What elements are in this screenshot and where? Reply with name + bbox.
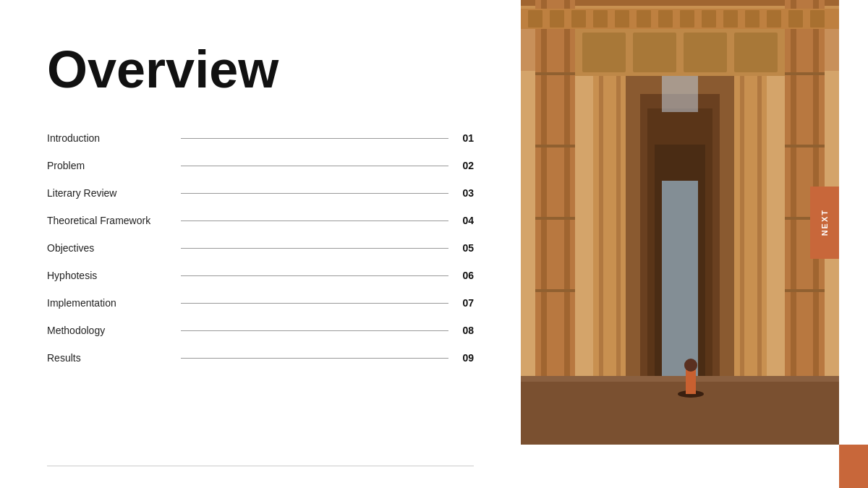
temple-svg [521, 0, 839, 445]
toc-item-label: Theoretical Framework [47, 215, 174, 226]
toc-item-number: 02 [456, 160, 474, 171]
toc-item-number: 05 [456, 242, 474, 254]
svg-rect-42 [528, 10, 542, 27]
svg-rect-35 [535, 217, 575, 220]
svg-rect-48 [658, 10, 673, 27]
svg-rect-49 [680, 10, 694, 27]
toc-item-line [181, 221, 448, 221]
toc-item-label: Implementation [47, 297, 174, 309]
svg-rect-43 [550, 10, 564, 27]
toc-item-number: 01 [456, 132, 474, 144]
toc-item-line [181, 166, 448, 166]
toc-item: Methodology08 [47, 317, 474, 344]
toc-item-label: Problem [47, 160, 174, 171]
toc-item-number: 04 [456, 215, 474, 226]
left-panel: Overview Introduction01Problem02Literary… [0, 0, 521, 488]
svg-rect-54 [788, 10, 803, 27]
toc-item-number: 06 [456, 270, 474, 281]
toc-item: Introduction01 [47, 124, 474, 152]
svg-rect-46 [615, 10, 629, 27]
toc-item-line [181, 303, 448, 304]
svg-rect-29 [521, 376, 839, 382]
svg-rect-55 [810, 10, 825, 27]
toc-item: Problem02 [47, 152, 474, 179]
svg-rect-28 [521, 376, 839, 445]
right-panel: NEXT [521, 0, 868, 488]
svg-rect-50 [702, 10, 716, 27]
toc-item-line [181, 138, 448, 139]
toc-item: Objectives05 [47, 234, 474, 262]
toc-item-label: Introduction [47, 132, 174, 144]
toc-item-label: Literary Review [47, 187, 174, 199]
svg-rect-23 [734, 33, 778, 72]
svg-rect-40 [785, 289, 825, 292]
toc-item: Implementation07 [47, 289, 474, 317]
svg-point-32 [684, 359, 697, 372]
svg-rect-47 [637, 10, 651, 27]
toc-item: Hyphotesis06 [47, 262, 474, 289]
toc-item-number: 07 [456, 297, 474, 309]
toc-item: Theoretical Framework04 [47, 207, 474, 234]
svg-rect-52 [745, 10, 760, 27]
next-label: NEXT [820, 209, 829, 236]
svg-rect-33 [535, 72, 575, 75]
page-title: Overview [47, 43, 474, 95]
orange-accent-bottom [839, 445, 868, 488]
toc-item-number: 08 [456, 325, 474, 336]
svg-rect-22 [684, 33, 727, 72]
svg-rect-38 [785, 145, 825, 147]
toc-item-label: Objectives [47, 242, 174, 254]
svg-rect-20 [582, 33, 626, 72]
svg-rect-21 [633, 33, 676, 72]
svg-rect-34 [535, 145, 575, 147]
svg-rect-56 [662, 76, 698, 112]
toc-item-number: 03 [456, 187, 474, 199]
toc-item-line [181, 275, 448, 276]
temple-image-area: NEXT [521, 0, 839, 445]
toc-item-label: Results [47, 352, 174, 364]
toc-item: Literary Review03 [47, 179, 474, 207]
toc-item-line [181, 330, 448, 331]
svg-rect-31 [686, 369, 696, 394]
toc-item-line [181, 193, 448, 194]
table-of-contents: Introduction01Problem02Literary Review03… [47, 124, 474, 372]
toc-item-line [181, 358, 448, 359]
toc-item: Results09 [47, 344, 474, 372]
toc-item-line [181, 248, 448, 249]
next-tab[interactable]: NEXT [810, 187, 839, 259]
toc-item-label: Methodology [47, 325, 174, 336]
svg-rect-45 [593, 10, 608, 27]
svg-rect-53 [767, 10, 781, 27]
svg-rect-36 [535, 289, 575, 292]
svg-rect-37 [785, 72, 825, 75]
toc-item-number: 09 [456, 352, 474, 364]
toc-item-label: Hyphotesis [47, 270, 174, 281]
svg-rect-44 [571, 10, 586, 27]
svg-rect-51 [723, 10, 738, 27]
bottom-divider [47, 466, 474, 466]
